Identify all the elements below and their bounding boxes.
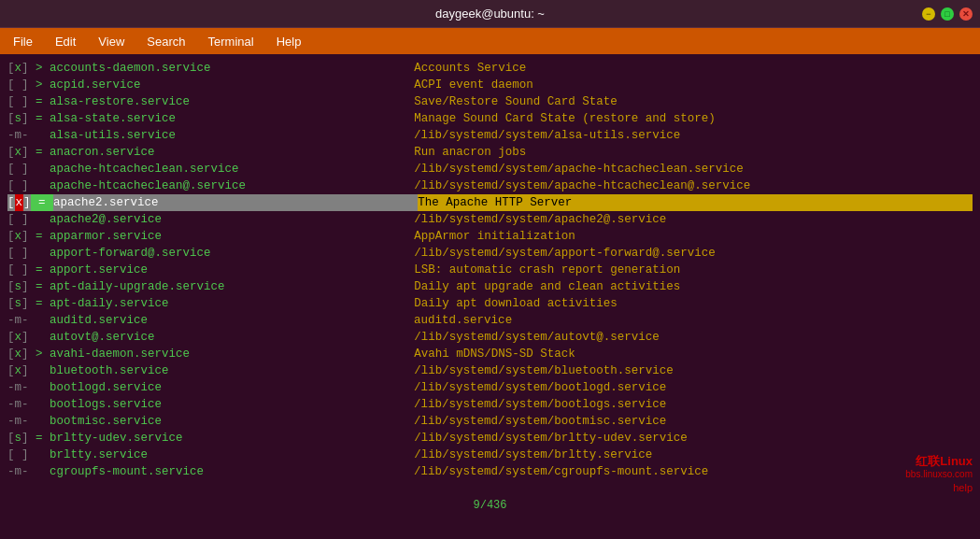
table-row: [x] bluetooth.service /lib/systemd/syste…	[7, 362, 973, 379]
menu-terminal[interactable]: Terminal	[199, 33, 263, 50]
table-row: [x] > accounts-daemon.service Accounts S…	[7, 60, 973, 77]
watermark-line1: 红联Linux	[905, 455, 973, 468]
statusbar: 9/436	[0, 494, 980, 517]
table-row: [x] = apparmor.service AppArmor initiali…	[7, 228, 973, 245]
close-button[interactable]: ✕	[959, 7, 973, 21]
menubar: File Edit View Search Terminal Help	[0, 28, 980, 54]
table-row: [ ] = alsa-restore.service Save/Restore …	[7, 93, 973, 110]
table-row: [x] > avahi-daemon.service Avahi mDNS/DN…	[7, 346, 973, 362]
table-row: -m- bootlogs.service /lib/systemd/system…	[7, 396, 973, 413]
maximize-button[interactable]: □	[941, 7, 954, 21]
table-row: -m- cgroupfs-mount.service /lib/systemd/…	[7, 463, 973, 480]
window-controls: − □ ✕	[922, 7, 973, 21]
watermark-line3: help	[905, 481, 973, 494]
table-row: [ ] apache-htcacheclean@.service /lib/sy…	[7, 177, 973, 194]
table-row: [s] = brltty-udev.service /lib/systemd/s…	[7, 430, 973, 447]
table-row: [ ] apache2@.service /lib/systemd/system…	[7, 211, 973, 228]
table-row: -m- bootmisc.service /lib/systemd/system…	[7, 413, 973, 430]
table-row: [ ] apache-htcacheclean.service /lib/sys…	[7, 161, 973, 177]
table-row: [ ] brltty.service /lib/systemd/system/b…	[7, 447, 973, 463]
table-row: [s] = apt-daily-upgrade.service Daily ap…	[7, 278, 973, 295]
table-row: [s] = alsa-state.service Manage Sound Ca…	[7, 110, 973, 127]
table-row: [ ] apport-forward@.service /lib/systemd…	[7, 245, 973, 262]
menu-help[interactable]: Help	[267, 33, 311, 50]
table-row: [x] = apache2.service The Apache HTTP Se…	[7, 194, 973, 211]
window-title: daygeek@ubuntu: ~	[435, 7, 545, 21]
terminal-content: [x] > accounts-daemon.service Accounts S…	[0, 54, 980, 517]
menu-view[interactable]: View	[89, 33, 134, 50]
menu-edit[interactable]: Edit	[46, 33, 85, 50]
minimize-button[interactable]: −	[922, 7, 935, 21]
table-row: -m- alsa-utils.service /lib/systemd/syst…	[7, 127, 973, 144]
menu-file[interactable]: File	[4, 33, 42, 50]
table-row: [ ] > acpid.service ACPI event daemon	[7, 77, 973, 93]
table-row: -m- auditd.service auditd.service	[7, 312, 973, 329]
table-row: [s] = apt-daily.service Daily apt downlo…	[7, 295, 973, 312]
table-row: [x] = anacron.service Run anacron jobs	[7, 144, 973, 161]
table-row: [ ] = apport.service LSB: automatic cras…	[7, 262, 973, 278]
menu-search[interactable]: Search	[137, 33, 194, 50]
table-row: [x] autovt@.service /lib/systemd/system/…	[7, 329, 973, 346]
table-row: -m- bootlogd.service /lib/systemd/system…	[7, 379, 973, 396]
watermark-line2: bbs.linuxso.com	[905, 468, 973, 481]
titlebar: daygeek@ubuntu: ~ − □ ✕	[0, 0, 980, 28]
watermark: 红联Linux bbs.linuxso.com help	[905, 455, 973, 494]
status-position: 9/436	[473, 499, 506, 512]
